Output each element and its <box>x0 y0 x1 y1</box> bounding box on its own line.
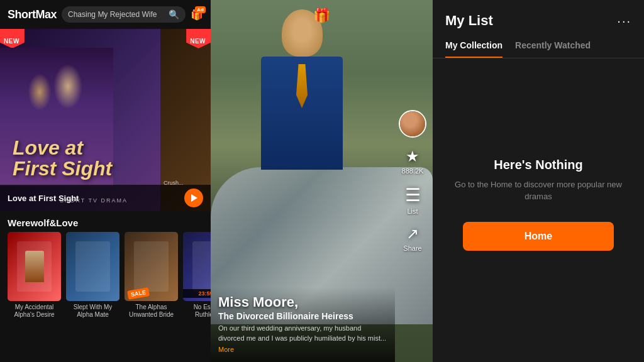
thumbnail-label-3: The Alphas Unwanted Bride <box>125 304 178 319</box>
avatar[interactable] <box>399 110 426 138</box>
thumbnail-1[interactable] <box>8 232 61 301</box>
share-action[interactable]: ↗ Share <box>403 225 421 252</box>
tabs-row: My Collection Recently Watched <box>433 35 644 58</box>
home-button[interactable]: Home <box>463 222 614 251</box>
panel-title: My List <box>445 13 493 29</box>
gift-wrapper[interactable]: 🎁 Ad <box>191 9 203 21</box>
empty-state: Here's Nothing Go to the Home to discove… <box>433 58 644 362</box>
star-action[interactable]: ★ 888.2K <box>402 148 424 175</box>
app-logo: ShortMax <box>8 8 57 21</box>
search-icon[interactable]: 🔍 <box>169 9 179 19</box>
thumbnails-row: My Accidental Alpha's Desire Slept With … <box>0 232 211 319</box>
hero-right-preview: NEW Crush... <box>160 29 211 211</box>
hero-section: NEW ONLY ON | ShortMax Love atFirst Sigh… <box>0 29 211 211</box>
search-bar[interactable]: Chasing My Rejected Wife 🔍 <box>62 6 186 23</box>
share-icon: ↗ <box>406 225 419 243</box>
thumbnail-2[interactable] <box>66 232 119 301</box>
share-label: Share <box>403 244 421 252</box>
list-label: List <box>407 207 418 215</box>
left-panel: ShortMax Chasing My Rejected Wife 🔍 🎁 Ad… <box>0 0 211 362</box>
play-button[interactable] <box>184 189 203 207</box>
panel-header: My List ··· <box>433 0 644 35</box>
thumbnail-label-1: My Accidental Alpha's Desire <box>8 304 61 319</box>
man-figure <box>261 9 343 170</box>
more-link[interactable]: More <box>218 346 234 353</box>
thumbnail-3[interactable]: SALE <box>125 232 178 301</box>
timer-badge: 23:59:36 <box>183 289 211 298</box>
thumbnail-4[interactable]: 23:59:36 <box>183 232 211 301</box>
bottom-content: Miss Moore, The Divorced Billionaire Hei… <box>211 287 395 362</box>
avatar-image <box>400 111 425 136</box>
list-item: SALE The Alphas Unwanted Bride <box>125 232 178 319</box>
right-panel: My List ··· My Collection Recently Watch… <box>433 0 644 362</box>
hero-background: NEW ONLY ON | ShortMax Love atFirst Sigh… <box>0 29 211 211</box>
middle-panel: 🎁 ★ 888.2K ☰ List ↗ Share Miss Moore, Th… <box>211 0 433 362</box>
hero-subtitle: SHORT TV DRAMA <box>60 197 128 204</box>
star-icon: ★ <box>406 148 419 165</box>
new-badge-right: NEW <box>186 29 211 48</box>
empty-title: Here's Nothing <box>494 158 582 172</box>
dots-menu-button[interactable]: ··· <box>617 14 631 28</box>
hero-left-content: NEW ONLY ON | ShortMax Love atFirst Sigh… <box>0 29 160 211</box>
video-background: 🎁 ★ 888.2K ☰ List ↗ Share Miss Moore, Th… <box>211 0 433 362</box>
thumbnail-label-2: Slept With My Alpha Mate <box>66 304 119 319</box>
video-full-title: The Divorced Billionaire Heiress <box>218 311 387 321</box>
new-badge-left: NEW <box>0 29 25 48</box>
top-bar: ShortMax Chasing My Rejected Wife 🔍 🎁 Ad <box>0 0 211 29</box>
gift-ad-badge: Ad <box>195 6 206 13</box>
section-title-werewolf: Werewolf&Love <box>0 211 211 232</box>
video-show-name: Miss Moore, <box>218 295 387 310</box>
gift-icon-center[interactable]: 🎁 <box>313 8 330 24</box>
list-item: 23:59:36 No Escape: Ruthless... <box>183 232 211 319</box>
right-actions: ★ 888.2K ☰ List ↗ Share <box>399 110 426 252</box>
hero-title-overlay: Love atFirst Sight <box>13 138 112 180</box>
tab-recently-watched[interactable]: Recently Watched <box>515 35 591 58</box>
hero-title: Love atFirst Sight <box>13 138 112 180</box>
empty-description: Go to the Home to discover more popular … <box>452 178 625 203</box>
list-item: My Accidental Alpha's Desire <box>8 232 61 319</box>
list-item: Slept With My Alpha Mate <box>66 232 119 319</box>
search-value: Chasing My Rejected Wife <box>68 10 165 19</box>
list-icon: ☰ <box>405 185 421 206</box>
tie <box>296 64 308 108</box>
video-description: On our third wedding anniversary, my hus… <box>218 324 387 343</box>
tab-my-collection[interactable]: My Collection <box>445 35 502 58</box>
play-icon <box>191 194 197 202</box>
list-action[interactable]: ☰ List <box>405 185 421 215</box>
thumbnail-label-4: No Escape: Ruthless... <box>183 304 211 319</box>
likes-count: 888.2K <box>402 167 424 175</box>
